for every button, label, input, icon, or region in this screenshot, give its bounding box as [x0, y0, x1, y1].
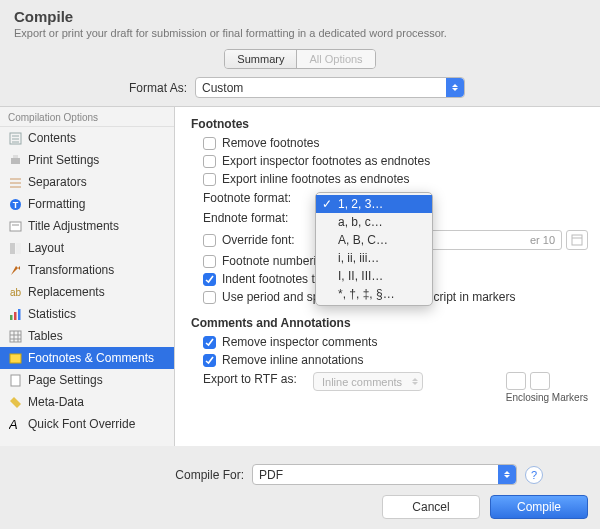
sidebar-item-title-adjustments[interactable]: Title Adjustments — [0, 215, 174, 237]
svg-rect-25 — [11, 375, 20, 386]
dropdown-option[interactable]: *, †, ‡, §… — [316, 285, 432, 303]
help-button[interactable]: ? — [525, 466, 543, 484]
checkbox-label: Export inspector footnotes as endnotes — [222, 154, 430, 168]
override-font-label: Override font: — [222, 233, 310, 247]
sidebar-item-label: Statistics — [28, 307, 76, 321]
sidebar-item-label: Meta-Data — [28, 395, 84, 409]
sidebar-item-print-settings[interactable]: Print Settings — [0, 149, 174, 171]
svg-text:A: A — [9, 417, 18, 431]
svg-text:ab: ab — [10, 287, 22, 298]
checkbox[interactable] — [203, 155, 216, 168]
checkbox[interactable] — [203, 255, 216, 268]
svg-rect-24 — [10, 354, 21, 363]
checkbox[interactable] — [203, 173, 216, 186]
sidebar-item-label: Replacements — [28, 285, 105, 299]
sidebar-item-label: Contents — [28, 131, 76, 145]
title-adjust-icon — [8, 219, 23, 233]
sidebar-item-label: Formatting — [28, 197, 85, 211]
statistics-icon — [8, 307, 23, 321]
footer: Compile For: PDF ? Cancel Compile — [0, 456, 600, 529]
tab-all-options[interactable]: All Options — [296, 50, 374, 68]
footnotes-icon — [8, 351, 23, 365]
format-as-row: Format As: Custom — [0, 77, 600, 98]
sidebar: Compilation Options Contents Print Setti… — [0, 107, 175, 446]
compile-for-value: PDF — [259, 468, 283, 482]
format-as-select[interactable]: Custom — [195, 77, 465, 98]
sidebar-item-label: Quick Font Override — [28, 417, 135, 431]
compile-button[interactable]: Compile — [490, 495, 588, 519]
checkbox-label: Remove inline annotations — [222, 353, 363, 367]
endnote-format-label: Endnote format: — [203, 211, 313, 225]
font-picker-icon — [571, 234, 583, 246]
font-icon: A — [8, 417, 23, 431]
enclosing-markers-fields — [506, 372, 588, 390]
checkbox[interactable] — [203, 234, 216, 247]
printer-icon — [8, 153, 23, 167]
footnote-format-dropdown[interactable]: 1, 2, 3… a, b, c… A, B, C… i, ii, iii… I… — [315, 192, 433, 306]
tab-row: Summary All Options — [0, 49, 600, 69]
dialog-title: Compile — [14, 8, 586, 25]
export-rtf-select[interactable]: Inline comments — [313, 372, 423, 391]
cancel-button[interactable]: Cancel — [382, 495, 480, 519]
contents-icon — [8, 131, 23, 145]
dropdown-option[interactable]: i, ii, iii… — [316, 249, 432, 267]
tables-icon — [8, 329, 23, 343]
compile-for-select[interactable]: PDF — [252, 464, 517, 485]
checkbox[interactable] — [203, 291, 216, 304]
header: Compile Export or print your draft for s… — [0, 0, 600, 45]
sidebar-item-label: Print Settings — [28, 153, 99, 167]
enclosing-marker-end[interactable] — [530, 372, 550, 390]
dropdown-option[interactable]: A, B, C… — [316, 231, 432, 249]
comments-heading: Comments and Annotations — [191, 316, 588, 330]
sidebar-item-quick-font[interactable]: AQuick Font Override — [0, 413, 174, 435]
svg-rect-5 — [13, 155, 18, 158]
button-row: Cancel Compile — [12, 495, 588, 519]
sidebar-item-page-settings[interactable]: Page Settings — [0, 369, 174, 391]
svg-rect-4 — [11, 158, 20, 164]
checkbox[interactable] — [203, 354, 216, 367]
compile-for-label: Compile For: — [57, 468, 252, 482]
remove-inline-annotations-row[interactable]: Remove inline annotations — [191, 351, 588, 369]
tab-summary[interactable]: Summary — [225, 50, 296, 68]
settings-panel: Footnotes Remove footnotes Export inspec… — [175, 107, 600, 446]
export-inline-endnotes-row[interactable]: Export inline footnotes as endnotes — [191, 170, 588, 188]
sidebar-item-replacements[interactable]: abReplacements — [0, 281, 174, 303]
remove-footnotes-row[interactable]: Remove footnotes — [191, 134, 588, 152]
format-as-label: Format As: — [0, 81, 195, 95]
sidebar-item-separators[interactable]: Separators — [0, 171, 174, 193]
dropdown-option[interactable]: I, II, III… — [316, 267, 432, 285]
export-rtf-label: Export to RTF as: — [203, 372, 313, 386]
main-area: Compilation Options Contents Print Setti… — [0, 106, 600, 446]
sidebar-item-transformations[interactable]: Transformations — [0, 259, 174, 281]
dropdown-option[interactable]: a, b, c… — [316, 213, 432, 231]
sidebar-item-tables[interactable]: Tables — [0, 325, 174, 347]
checkbox[interactable] — [203, 273, 216, 286]
sidebar-heading: Compilation Options — [0, 107, 174, 127]
format-as-value: Custom — [202, 81, 243, 95]
svg-rect-18 — [18, 309, 21, 320]
font-picker-button[interactable] — [566, 230, 588, 250]
sidebar-item-formatting[interactable]: TFormatting — [0, 193, 174, 215]
sidebar-item-contents[interactable]: Contents — [0, 127, 174, 149]
enclosing-markers-label: Enclosing Markers — [506, 392, 588, 403]
sidebar-item-footnotes-comments[interactable]: Footnotes & Comments — [0, 347, 174, 369]
tag-icon — [8, 395, 23, 409]
enclosing-marker-start[interactable] — [506, 372, 526, 390]
checkbox-label: Indent footnotes to — [222, 272, 321, 286]
layout-icon — [8, 241, 23, 255]
transformations-icon — [8, 263, 23, 277]
svg-rect-13 — [10, 243, 15, 254]
remove-inspector-comments-row[interactable]: Remove inspector comments — [191, 333, 588, 351]
sidebar-item-statistics[interactable]: Statistics — [0, 303, 174, 325]
sidebar-item-layout[interactable]: Layout — [0, 237, 174, 259]
dropdown-option[interactable]: 1, 2, 3… — [316, 195, 432, 213]
checkbox[interactable] — [203, 336, 216, 349]
svg-rect-27 — [572, 235, 582, 245]
export-inspector-endnotes-row[interactable]: Export inspector footnotes as endnotes — [191, 152, 588, 170]
dialog-subtitle: Export or print your draft for submissio… — [14, 27, 586, 39]
stepper-icon — [412, 378, 418, 385]
svg-rect-19 — [10, 331, 21, 342]
sidebar-item-meta-data[interactable]: Meta-Data — [0, 391, 174, 413]
checkbox[interactable] — [203, 137, 216, 150]
dropdown-arrows-icon — [446, 78, 464, 97]
